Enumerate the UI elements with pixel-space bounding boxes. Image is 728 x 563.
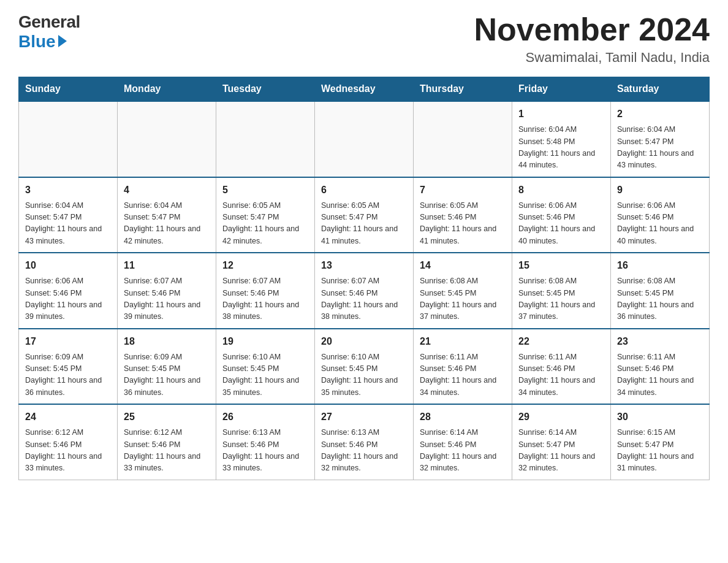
- logo-arrow-icon: [58, 35, 67, 47]
- title-block: November 2024 Swamimalai, Tamil Nadu, In…: [474, 12, 710, 66]
- calendar-cell: 18Sunrise: 6:09 AMSunset: 5:45 PMDayligh…: [118, 329, 216, 405]
- logo-blue-text: Blue: [18, 32, 56, 52]
- calendar-cell: 20Sunrise: 6:10 AMSunset: 5:45 PMDayligh…: [315, 329, 414, 405]
- calendar-cell: 23Sunrise: 6:11 AMSunset: 5:46 PMDayligh…: [611, 329, 710, 405]
- day-number: 22: [518, 334, 604, 349]
- day-info: Sunrise: 6:08 AMSunset: 5:45 PMDaylight:…: [617, 275, 703, 323]
- logo: General Blue: [18, 12, 80, 52]
- day-number: 10: [25, 258, 111, 273]
- day-number: 15: [518, 258, 604, 273]
- calendar-cell: 11Sunrise: 6:07 AMSunset: 5:46 PMDayligh…: [118, 253, 216, 329]
- weekday-header-friday: Friday: [512, 77, 611, 102]
- calendar-cell: 5Sunrise: 6:05 AMSunset: 5:47 PMDaylight…: [216, 177, 315, 253]
- calendar-week-row: 10Sunrise: 6:06 AMSunset: 5:46 PMDayligh…: [19, 253, 710, 329]
- calendar-cell: 21Sunrise: 6:11 AMSunset: 5:46 PMDayligh…: [414, 329, 512, 405]
- day-info: Sunrise: 6:05 AMSunset: 5:46 PMDaylight:…: [420, 200, 506, 248]
- weekday-header-sunday: Sunday: [19, 77, 118, 102]
- calendar-cell: 26Sunrise: 6:13 AMSunset: 5:46 PMDayligh…: [216, 404, 315, 480]
- day-info: Sunrise: 6:05 AMSunset: 5:47 PMDaylight:…: [321, 200, 407, 248]
- day-number: 30: [617, 410, 703, 424]
- calendar-body: 1Sunrise: 6:04 AMSunset: 5:48 PMDaylight…: [19, 101, 710, 480]
- day-number: 5: [222, 183, 308, 197]
- calendar-cell: 12Sunrise: 6:07 AMSunset: 5:46 PMDayligh…: [216, 253, 315, 329]
- day-info: Sunrise: 6:04 AMSunset: 5:48 PMDaylight:…: [518, 124, 604, 172]
- calendar-table: SundayMondayTuesdayWednesdayThursdayFrid…: [18, 77, 710, 480]
- day-number: 19: [222, 334, 308, 349]
- day-number: 21: [420, 334, 506, 349]
- day-info: Sunrise: 6:12 AMSunset: 5:46 PMDaylight:…: [124, 427, 210, 475]
- weekday-header-wednesday: Wednesday: [315, 77, 414, 102]
- calendar-header: SundayMondayTuesdayWednesdayThursdayFrid…: [19, 77, 710, 102]
- calendar-week-row: 17Sunrise: 6:09 AMSunset: 5:45 PMDayligh…: [19, 329, 710, 405]
- calendar-cell: 28Sunrise: 6:14 AMSunset: 5:46 PMDayligh…: [414, 404, 512, 480]
- logo-general-text: General: [18, 12, 80, 32]
- calendar-week-row: 24Sunrise: 6:12 AMSunset: 5:46 PMDayligh…: [19, 404, 710, 480]
- day-number: 2: [617, 107, 703, 121]
- day-info: Sunrise: 6:08 AMSunset: 5:45 PMDaylight:…: [518, 275, 604, 323]
- day-info: Sunrise: 6:04 AMSunset: 5:47 PMDaylight:…: [25, 200, 111, 248]
- day-info: Sunrise: 6:14 AMSunset: 5:46 PMDaylight:…: [420, 427, 506, 475]
- calendar-cell: 30Sunrise: 6:15 AMSunset: 5:47 PMDayligh…: [611, 404, 710, 480]
- calendar-cell: [19, 101, 118, 177]
- calendar-cell: 24Sunrise: 6:12 AMSunset: 5:46 PMDayligh…: [19, 404, 118, 480]
- calendar-cell: 19Sunrise: 6:10 AMSunset: 5:45 PMDayligh…: [216, 329, 315, 405]
- calendar-cell: 8Sunrise: 6:06 AMSunset: 5:46 PMDaylight…: [512, 177, 611, 253]
- calendar-cell: 16Sunrise: 6:08 AMSunset: 5:45 PMDayligh…: [611, 253, 710, 329]
- day-info: Sunrise: 6:11 AMSunset: 5:46 PMDaylight:…: [617, 351, 703, 399]
- day-info: Sunrise: 6:15 AMSunset: 5:47 PMDaylight:…: [617, 427, 703, 475]
- weekday-header-monday: Monday: [118, 77, 216, 102]
- day-number: 25: [124, 410, 210, 424]
- calendar-cell: 6Sunrise: 6:05 AMSunset: 5:47 PMDaylight…: [315, 177, 414, 253]
- day-info: Sunrise: 6:09 AMSunset: 5:45 PMDaylight:…: [25, 351, 111, 399]
- calendar-cell: 10Sunrise: 6:06 AMSunset: 5:46 PMDayligh…: [19, 253, 118, 329]
- day-number: 24: [25, 410, 111, 424]
- day-number: 14: [420, 258, 506, 273]
- calendar-cell: 3Sunrise: 6:04 AMSunset: 5:47 PMDaylight…: [19, 177, 118, 253]
- day-info: Sunrise: 6:11 AMSunset: 5:46 PMDaylight:…: [518, 351, 604, 399]
- day-info: Sunrise: 6:07 AMSunset: 5:46 PMDaylight:…: [321, 275, 407, 323]
- location-subtitle: Swamimalai, Tamil Nadu, India: [474, 50, 710, 66]
- day-number: 13: [321, 258, 407, 273]
- day-number: 1: [518, 107, 604, 121]
- calendar-cell: [315, 101, 414, 177]
- calendar-cell: 22Sunrise: 6:11 AMSunset: 5:46 PMDayligh…: [512, 329, 611, 405]
- calendar-cell: 17Sunrise: 6:09 AMSunset: 5:45 PMDayligh…: [19, 329, 118, 405]
- calendar-cell: 7Sunrise: 6:05 AMSunset: 5:46 PMDaylight…: [414, 177, 512, 253]
- day-info: Sunrise: 6:05 AMSunset: 5:47 PMDaylight:…: [222, 200, 308, 248]
- calendar-week-row: 3Sunrise: 6:04 AMSunset: 5:47 PMDaylight…: [19, 177, 710, 253]
- day-info: Sunrise: 6:11 AMSunset: 5:46 PMDaylight:…: [420, 351, 506, 399]
- weekday-header-row: SundayMondayTuesdayWednesdayThursdayFrid…: [19, 77, 710, 102]
- calendar-cell: 2Sunrise: 6:04 AMSunset: 5:47 PMDaylight…: [611, 101, 710, 177]
- day-info: Sunrise: 6:07 AMSunset: 5:46 PMDaylight:…: [124, 275, 210, 323]
- day-info: Sunrise: 6:13 AMSunset: 5:46 PMDaylight:…: [222, 427, 308, 475]
- day-info: Sunrise: 6:04 AMSunset: 5:47 PMDaylight:…: [617, 124, 703, 172]
- day-number: 12: [222, 258, 308, 273]
- day-number: 3: [25, 183, 111, 197]
- day-number: 26: [222, 410, 308, 424]
- calendar-cell: 1Sunrise: 6:04 AMSunset: 5:48 PMDaylight…: [512, 101, 611, 177]
- calendar-cell: 4Sunrise: 6:04 AMSunset: 5:47 PMDaylight…: [118, 177, 216, 253]
- calendar-cell: 29Sunrise: 6:14 AMSunset: 5:47 PMDayligh…: [512, 404, 611, 480]
- day-number: 8: [518, 183, 604, 197]
- calendar-title: November 2024: [474, 12, 710, 47]
- day-number: 6: [321, 183, 407, 197]
- day-info: Sunrise: 6:09 AMSunset: 5:45 PMDaylight:…: [124, 351, 210, 399]
- day-info: Sunrise: 6:12 AMSunset: 5:46 PMDaylight:…: [25, 427, 111, 475]
- day-info: Sunrise: 6:13 AMSunset: 5:46 PMDaylight:…: [321, 427, 407, 475]
- day-info: Sunrise: 6:06 AMSunset: 5:46 PMDaylight:…: [25, 275, 111, 323]
- day-number: 17: [25, 334, 111, 349]
- calendar-cell: 25Sunrise: 6:12 AMSunset: 5:46 PMDayligh…: [118, 404, 216, 480]
- calendar-cell: 15Sunrise: 6:08 AMSunset: 5:45 PMDayligh…: [512, 253, 611, 329]
- calendar-cell: [118, 101, 216, 177]
- day-info: Sunrise: 6:07 AMSunset: 5:46 PMDaylight:…: [222, 275, 308, 323]
- day-info: Sunrise: 6:04 AMSunset: 5:47 PMDaylight:…: [124, 200, 210, 248]
- day-number: 27: [321, 410, 407, 424]
- day-number: 7: [420, 183, 506, 197]
- weekday-header-thursday: Thursday: [414, 77, 512, 102]
- calendar-cell: [414, 101, 512, 177]
- day-number: 20: [321, 334, 407, 349]
- day-number: 18: [124, 334, 210, 349]
- day-number: 29: [518, 410, 604, 424]
- calendar-cell: 9Sunrise: 6:06 AMSunset: 5:46 PMDaylight…: [611, 177, 710, 253]
- calendar-week-row: 1Sunrise: 6:04 AMSunset: 5:48 PMDaylight…: [19, 101, 710, 177]
